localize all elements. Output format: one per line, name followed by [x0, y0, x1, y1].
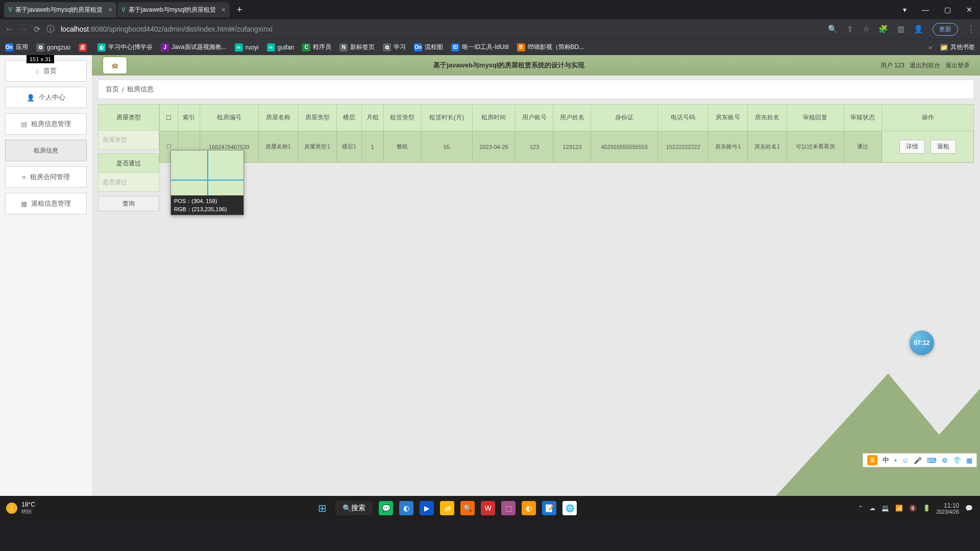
- browser-icon[interactable]: ◐: [399, 501, 413, 515]
- app-icon[interactable]: ◐: [522, 501, 536, 515]
- ime-lang[interactable]: 中: [883, 456, 889, 465]
- minimize-icon[interactable]: —: [922, 6, 929, 14]
- new-tab-button[interactable]: +: [237, 5, 242, 15]
- data-table: ☐ 索引 租房编号 房屋名称 房屋类型 楼层 月租 租赁类型 租赁时长(月) 租…: [159, 104, 974, 211]
- sidebar-item-cancel[interactable]: ▦退租信息管理: [5, 193, 87, 214]
- forward-icon[interactable]: →: [19, 24, 28, 34]
- bookmark-item[interactable]: ID唯一ID工具-IdUtil: [451, 43, 508, 52]
- sidebar-item-contract[interactable]: ≡租房合同管理: [5, 166, 87, 188]
- ime-icon[interactable]: ⚙: [942, 457, 948, 464]
- update-button[interactable]: 更新: [933, 23, 958, 36]
- other-bookmarks[interactable]: 📁其他书签: [940, 43, 975, 52]
- magnifier-overlay: POS：(304, 159) RGB：(213,235,196): [170, 150, 244, 215]
- reload-icon[interactable]: ⟳: [34, 24, 40, 34]
- sidebar-item-rentinfo[interactable]: ▤租房信息管理: [5, 113, 87, 135]
- volume-icon[interactable]: 🔇: [909, 505, 917, 512]
- floating-clock-badge[interactable]: 07:12: [910, 331, 934, 355]
- ime-icon[interactable]: 👕: [953, 457, 961, 464]
- menu-icon[interactable]: ⋮: [967, 24, 975, 34]
- list-icon: ▤: [21, 120, 27, 128]
- site-info-icon[interactable]: ⓘ: [46, 24, 55, 35]
- video-icon[interactable]: ▶: [420, 501, 434, 515]
- start-icon[interactable]: ⊞: [315, 501, 329, 515]
- weather-widget[interactable]: 1 18°C 晴朗: [0, 501, 41, 515]
- browser-tab-bar: V基于javaweb与mysql的房屋租赁 × V基于javaweb与mysql…: [0, 0, 980, 19]
- bookmark-item[interactable]: ⧉gongzuo: [36, 43, 70, 52]
- url-field[interactable]: localhost:8080/springbootd440z/admin/dis…: [61, 25, 822, 33]
- notifications-icon[interactable]: 💬: [965, 505, 973, 512]
- bookmark-item[interactable]: On应用: [5, 43, 28, 52]
- bookmark-item[interactable]: JJava面试题视频教...: [161, 43, 226, 52]
- sidebar-subitem-rentinfo[interactable]: 租房信息: [5, 140, 87, 161]
- bookmark-item[interactable]: ∞guifan: [267, 43, 295, 52]
- ime-icon[interactable]: ☺: [902, 457, 909, 464]
- filter-pass-input[interactable]: 是否通过: [98, 172, 159, 192]
- browser-tab[interactable]: V基于javaweb与mysql的房屋租赁 ×: [4, 2, 116, 17]
- sidebar-item-personal[interactable]: 👤个人中心: [5, 87, 87, 108]
- exit-front-link[interactable]: 退出到前台: [910, 61, 940, 70]
- window-close-icon[interactable]: ✕: [966, 6, 972, 14]
- bookmark-item[interactable]: ⧉学习: [383, 43, 406, 52]
- chrome-icon[interactable]: 🌐: [562, 501, 577, 515]
- sun-icon: 1: [6, 503, 17, 514]
- explorer-icon[interactable]: 📁: [440, 501, 454, 515]
- filter-type-label: 房屋类型: [98, 104, 159, 131]
- share-icon[interactable]: ⇪: [847, 24, 853, 34]
- notepad-icon[interactable]: 📝: [542, 501, 556, 515]
- bookmark-item[interactable]: On流程图: [414, 43, 443, 52]
- ime-icon[interactable]: 🎤: [914, 457, 922, 464]
- bookmark-item[interactable]: 度: [79, 43, 89, 52]
- profile-icon[interactable]: 👤: [914, 24, 923, 34]
- ide-icon[interactable]: ⬚: [501, 501, 516, 515]
- logout-link[interactable]: 退出登录: [945, 61, 970, 70]
- bookmark-overflow-icon[interactable]: »: [928, 44, 932, 51]
- side-panel-icon[interactable]: ▥: [897, 24, 904, 34]
- checkbox-header[interactable]: ☐: [160, 105, 178, 131]
- search-icon[interactable]: 🔍: [828, 24, 838, 34]
- everything-icon[interactable]: 🔍: [460, 501, 475, 515]
- sidebar: ⌂首页 👤个人中心 ▤租房信息管理 租房信息 ≡租房合同管理 ▦退租信息管理: [0, 55, 92, 496]
- magnifier-info: POS：(304, 159) RGB：(213,235,196): [171, 195, 243, 215]
- tray-chevron-icon[interactable]: ⌃: [858, 505, 863, 512]
- taskbar: 1 18°C 晴朗 ⊞ 🔍 搜索 💬 ◐ ▶ 📁 🔍 W ⬚ ◐ 📝 🌐 ⌃ ☁…: [0, 496, 980, 520]
- bookmark-item[interactable]: C程序员: [302, 43, 331, 52]
- ime-icon[interactable]: ⌨: [927, 457, 937, 464]
- user-icon: 👤: [27, 94, 35, 102]
- tray-icon[interactable]: ☁: [869, 505, 875, 512]
- wps-icon[interactable]: W: [481, 501, 495, 515]
- battery-icon[interactable]: 🔋: [923, 505, 930, 512]
- bookmark-item[interactable]: N新标签页: [339, 43, 375, 52]
- ime-icon[interactable]: •: [894, 457, 897, 464]
- bookmark-item[interactable]: ∞ruoyi: [235, 43, 259, 52]
- close-icon[interactable]: ×: [108, 6, 112, 14]
- extensions-icon[interactable]: 🧩: [878, 24, 888, 34]
- ime-toolbar[interactable]: S 中 • ☺ 🎤 ⌨ ⚙ 👕 ▦: [863, 453, 977, 467]
- clock[interactable]: 11:10 2023/4/26: [937, 502, 960, 515]
- table-row: ☐ 1682478407533 房屋名称1 房屋类型1 楼层1 1 整租 55 …: [160, 131, 974, 163]
- svg-marker-0: [623, 373, 980, 496]
- cancel-rent-button[interactable]: 退租: [930, 140, 956, 154]
- wifi-icon[interactable]: 📶: [895, 505, 903, 512]
- back-icon[interactable]: ←: [5, 24, 13, 34]
- breadcrumb-home[interactable]: 首页: [106, 85, 119, 94]
- bookmark-star-icon[interactable]: ☆: [863, 24, 869, 34]
- bookmark-item[interactable]: ◐学习中心|博学谷: [97, 43, 153, 52]
- chevron-down-icon[interactable]: ▾: [903, 6, 906, 14]
- bookmark-item[interactable]: B哔嘀影视（简称BD...: [517, 43, 584, 52]
- table-header-row: ☐ 索引 租房编号 房屋名称 房屋类型 楼层 月租 租赁类型 租赁时长(月) 租…: [160, 105, 974, 131]
- close-icon[interactable]: ×: [222, 6, 226, 14]
- home-icon: ⌂: [35, 67, 39, 75]
- breadcrumb: 首页 / 租房信息: [98, 80, 974, 99]
- query-button[interactable]: 查询: [98, 196, 159, 211]
- maximize-icon[interactable]: ▢: [944, 6, 951, 14]
- tray-icon[interactable]: 💻: [881, 505, 889, 512]
- detail-button[interactable]: 详情: [899, 140, 925, 154]
- sidebar-item-home[interactable]: ⌂首页: [5, 60, 87, 82]
- taskbar-search[interactable]: 🔍 搜索: [335, 501, 373, 515]
- ime-icon[interactable]: ▦: [966, 457, 972, 464]
- tab-title: 基于javaweb与mysql的房屋租赁: [129, 6, 216, 13]
- browser-tab[interactable]: V基于javaweb与mysql的房屋租赁 ×: [117, 2, 230, 17]
- wechat-icon[interactable]: 💬: [379, 501, 393, 515]
- filter-panel: 房屋类型 房屋类型 是否通过 是否通过 查询: [98, 104, 159, 211]
- filter-type-input[interactable]: 房屋类型: [98, 130, 159, 149]
